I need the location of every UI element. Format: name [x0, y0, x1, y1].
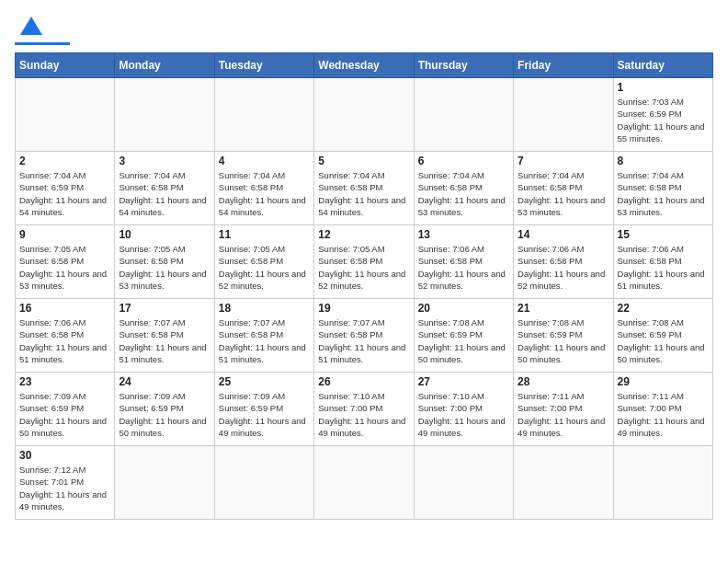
calendar-row: 1Sunrise: 7:03 AM Sunset: 6:59 PM Daylig… [16, 78, 713, 152]
day-info: Sunrise: 7:04 AM Sunset: 6:58 PM Dayligh… [219, 169, 310, 218]
day-info: Sunrise: 7:04 AM Sunset: 6:58 PM Dayligh… [418, 169, 509, 218]
calendar-cell: 9Sunrise: 7:05 AM Sunset: 6:58 PM Daylig… [16, 225, 115, 299]
day-number: 15 [618, 228, 709, 241]
day-number: 7 [518, 155, 609, 167]
calendar-cell: 8Sunrise: 7:04 AM Sunset: 6:58 PM Daylig… [613, 152, 712, 225]
day-info: Sunrise: 7:07 AM Sunset: 6:58 PM Dayligh… [219, 316, 310, 365]
calendar-cell: 24Sunrise: 7:09 AM Sunset: 6:59 PM Dayli… [115, 373, 214, 446]
calendar-cell [314, 78, 414, 152]
header-day: Tuesday [214, 53, 313, 78]
calendar-cell: 6Sunrise: 7:04 AM Sunset: 6:58 PM Daylig… [414, 152, 513, 225]
calendar-cell: 3Sunrise: 7:04 AM Sunset: 6:58 PM Daylig… [115, 152, 214, 225]
logo [15, 15, 70, 45]
calendar-cell [115, 78, 214, 152]
calendar-cell: 30Sunrise: 7:12 AM Sunset: 7:01 PM Dayli… [16, 446, 115, 520]
calendar-cell: 1Sunrise: 7:03 AM Sunset: 6:59 PM Daylig… [613, 78, 712, 152]
day-info: Sunrise: 7:10 AM Sunset: 7:00 PM Dayligh… [318, 390, 409, 439]
calendar-cell: 26Sunrise: 7:10 AM Sunset: 7:00 PM Dayli… [314, 373, 414, 446]
day-info: Sunrise: 7:11 AM Sunset: 7:00 PM Dayligh… [618, 390, 709, 439]
day-info: Sunrise: 7:07 AM Sunset: 6:58 PM Dayligh… [318, 316, 409, 365]
calendar-cell: 2Sunrise: 7:04 AM Sunset: 6:59 PM Daylig… [16, 152, 115, 225]
calendar-cell: 23Sunrise: 7:09 AM Sunset: 6:59 PM Dayli… [16, 373, 115, 446]
day-info: Sunrise: 7:12 AM Sunset: 7:01 PM Dayligh… [19, 464, 110, 512]
day-number: 18 [219, 302, 310, 315]
calendar-cell: 10Sunrise: 7:05 AM Sunset: 6:58 PM Dayli… [115, 225, 214, 299]
day-info: Sunrise: 7:08 AM Sunset: 6:59 PM Dayligh… [518, 316, 609, 365]
day-number: 11 [219, 228, 310, 241]
calendar-cell: 22Sunrise: 7:08 AM Sunset: 6:59 PM Dayli… [613, 299, 712, 373]
header-day: Monday [115, 53, 214, 78]
calendar-cell [514, 78, 613, 152]
calendar-cell: 20Sunrise: 7:08 AM Sunset: 6:59 PM Dayli… [414, 299, 513, 373]
day-number: 3 [119, 155, 210, 167]
day-number: 10 [119, 228, 210, 241]
calendar-cell [16, 78, 115, 152]
calendar-cell: 13Sunrise: 7:06 AM Sunset: 6:58 PM Dayli… [414, 225, 513, 299]
calendar-cell [214, 78, 313, 152]
calendar-row: 2Sunrise: 7:04 AM Sunset: 6:59 PM Daylig… [16, 152, 713, 225]
day-number: 16 [19, 302, 110, 315]
day-info: Sunrise: 7:04 AM Sunset: 6:58 PM Dayligh… [119, 169, 210, 218]
day-info: Sunrise: 7:05 AM Sunset: 6:58 PM Dayligh… [19, 243, 110, 292]
day-number: 12 [318, 228, 409, 241]
header-day: Saturday [613, 53, 712, 78]
svg-marker-0 [20, 17, 42, 35]
day-info: Sunrise: 7:04 AM Sunset: 6:58 PM Dayligh… [518, 169, 609, 218]
day-number: 20 [418, 302, 509, 315]
day-info: Sunrise: 7:08 AM Sunset: 6:59 PM Dayligh… [418, 316, 509, 365]
day-info: Sunrise: 7:06 AM Sunset: 6:58 PM Dayligh… [418, 243, 509, 292]
calendar-cell [514, 446, 613, 520]
header-row: SundayMondayTuesdayWednesdayThursdayFrid… [16, 53, 713, 78]
calendar-cell: 14Sunrise: 7:06 AM Sunset: 6:58 PM Dayli… [514, 225, 613, 299]
day-info: Sunrise: 7:11 AM Sunset: 7:00 PM Dayligh… [518, 390, 609, 439]
calendar-cell: 25Sunrise: 7:09 AM Sunset: 6:59 PM Dayli… [214, 373, 313, 446]
day-info: Sunrise: 7:10 AM Sunset: 7:00 PM Dayligh… [418, 390, 509, 439]
calendar-cell: 7Sunrise: 7:04 AM Sunset: 6:58 PM Daylig… [514, 152, 613, 225]
day-number: 14 [518, 228, 609, 241]
calendar-cell: 18Sunrise: 7:07 AM Sunset: 6:58 PM Dayli… [214, 299, 313, 373]
calendar-cell [613, 446, 712, 520]
day-info: Sunrise: 7:05 AM Sunset: 6:58 PM Dayligh… [119, 243, 210, 292]
calendar-cell [314, 446, 414, 520]
calendar-row: 30Sunrise: 7:12 AM Sunset: 7:01 PM Dayli… [16, 446, 713, 520]
day-number: 30 [19, 449, 110, 462]
day-info: Sunrise: 7:06 AM Sunset: 6:58 PM Dayligh… [518, 243, 609, 292]
day-number: 6 [418, 155, 509, 167]
day-number: 4 [219, 155, 310, 167]
day-number: 9 [19, 228, 110, 241]
calendar-cell [115, 446, 214, 520]
day-info: Sunrise: 7:05 AM Sunset: 6:58 PM Dayligh… [318, 243, 409, 292]
calendar-cell [414, 78, 513, 152]
day-info: Sunrise: 7:09 AM Sunset: 6:59 PM Dayligh… [19, 390, 110, 439]
calendar-row: 23Sunrise: 7:09 AM Sunset: 6:59 PM Dayli… [16, 373, 713, 446]
calendar-cell [214, 446, 313, 520]
calendar-cell: 27Sunrise: 7:10 AM Sunset: 7:00 PM Dayli… [414, 373, 513, 446]
calendar-table: SundayMondayTuesdayWednesdayThursdayFrid… [15, 52, 713, 520]
day-number: 29 [618, 375, 709, 388]
calendar-cell: 15Sunrise: 7:06 AM Sunset: 6:58 PM Dayli… [613, 225, 712, 299]
day-number: 17 [119, 302, 210, 315]
day-number: 22 [618, 302, 709, 315]
calendar-cell: 12Sunrise: 7:05 AM Sunset: 6:58 PM Dayli… [314, 225, 414, 299]
logo-icon [18, 15, 44, 40]
calendar-cell: 4Sunrise: 7:04 AM Sunset: 6:58 PM Daylig… [214, 152, 313, 225]
calendar-cell: 16Sunrise: 7:06 AM Sunset: 6:58 PM Dayli… [16, 299, 115, 373]
day-info: Sunrise: 7:06 AM Sunset: 6:58 PM Dayligh… [19, 316, 110, 365]
header-day: Friday [514, 53, 613, 78]
day-number: 26 [318, 375, 409, 388]
day-number: 8 [618, 155, 709, 167]
header-day: Sunday [16, 53, 115, 78]
calendar-cell: 29Sunrise: 7:11 AM Sunset: 7:00 PM Dayli… [613, 373, 712, 446]
calendar-cell: 19Sunrise: 7:07 AM Sunset: 6:58 PM Dayli… [314, 299, 414, 373]
calendar-cell [414, 446, 513, 520]
calendar-cell: 11Sunrise: 7:05 AM Sunset: 6:58 PM Dayli… [214, 225, 313, 299]
day-number: 1 [618, 81, 709, 94]
header-day: Wednesday [314, 53, 414, 78]
page-header [15, 15, 713, 45]
day-info: Sunrise: 7:09 AM Sunset: 6:59 PM Dayligh… [119, 390, 210, 439]
day-info: Sunrise: 7:08 AM Sunset: 6:59 PM Dayligh… [618, 316, 709, 365]
day-info: Sunrise: 7:05 AM Sunset: 6:58 PM Dayligh… [219, 243, 310, 292]
day-number: 21 [518, 302, 609, 315]
calendar-cell: 28Sunrise: 7:11 AM Sunset: 7:00 PM Dayli… [514, 373, 613, 446]
day-number: 13 [418, 228, 509, 241]
